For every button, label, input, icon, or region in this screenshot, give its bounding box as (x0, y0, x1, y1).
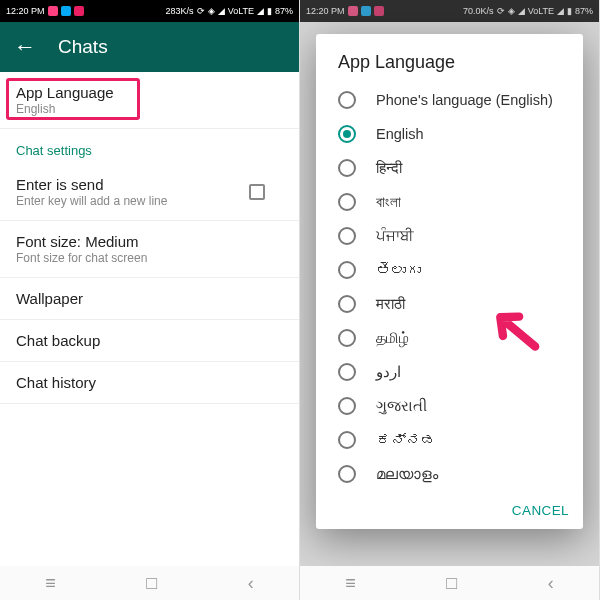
language-option-label: తెలుగు (376, 262, 421, 278)
nav-home-icon[interactable]: □ (446, 573, 457, 594)
nav-back-icon[interactable]: ‹ (548, 573, 554, 594)
app-bar: ← Chats (0, 22, 299, 72)
android-navbar: ≡ □ ‹ (300, 566, 599, 600)
status-bar: 12:20 PM 283K/s ⟳ ◈ ◢ VoLTE ◢ ▮ 87% (0, 0, 299, 22)
language-option-label: मराठी (376, 296, 405, 313)
language-option[interactable]: ಕನ್ನಡ (316, 423, 583, 457)
radio-icon (338, 91, 356, 109)
setting-label: Chat history (16, 374, 283, 391)
nav-home-icon[interactable]: □ (146, 573, 157, 594)
section-header-chat-settings: Chat settings (0, 129, 299, 164)
nav-menu-icon[interactable]: ≡ (345, 573, 356, 594)
language-option[interactable]: ਪੰਜਾਬੀ (316, 219, 583, 253)
language-option-label: বাংলা (376, 194, 401, 211)
radio-icon (338, 397, 356, 415)
phone-right-dialog: 12:20 PM 70.0K/s ⟳ ◈ ◢ VoLTE ◢ ▮ 87% App… (300, 0, 600, 600)
setting-label: App Language (16, 84, 283, 101)
setting-sublabel: Font size for chat screen (16, 251, 283, 265)
checkbox-unchecked[interactable] (249, 184, 265, 200)
language-option[interactable]: தமிழ் (316, 321, 583, 355)
battery-icon: ▮ (267, 6, 272, 16)
signal-icon: ◢ (218, 6, 225, 16)
radio-icon (338, 431, 356, 449)
status-time: 12:20 PM (6, 6, 45, 16)
setting-chat-backup[interactable]: Chat backup (0, 320, 299, 362)
nav-back-icon[interactable]: ‹ (248, 573, 254, 594)
radio-icon (338, 329, 356, 347)
language-option[interactable]: हिन्दी (316, 151, 583, 185)
back-arrow-icon[interactable]: ← (14, 34, 36, 60)
radio-icon (338, 261, 356, 279)
language-option[interactable]: తెలుగు (316, 253, 583, 287)
radio-icon (338, 159, 356, 177)
setting-font-size[interactable]: Font size: Medium Font size for chat scr… (0, 221, 299, 278)
language-option[interactable]: मराठी (316, 287, 583, 321)
language-option-label: English (376, 126, 424, 142)
radio-icon (338, 193, 356, 211)
setting-sublabel: Enter key will add a new line (16, 194, 167, 208)
language-option[interactable]: Phone's language (English) (316, 83, 583, 117)
setting-sublabel: English (16, 102, 283, 116)
volte-label: VoLTE (228, 6, 254, 16)
radio-icon (338, 295, 356, 313)
notif-icon (61, 6, 71, 16)
setting-chat-history[interactable]: Chat history (0, 362, 299, 404)
phone-left-settings: 12:20 PM 283K/s ⟳ ◈ ◢ VoLTE ◢ ▮ 87% ← Ch… (0, 0, 300, 600)
nav-menu-icon[interactable]: ≡ (45, 573, 56, 594)
language-option-label: Phone's language (English) (376, 92, 553, 108)
radio-icon (338, 465, 356, 483)
notif-icon (74, 6, 84, 16)
android-navbar: ≡ □ ‹ (0, 566, 299, 600)
sync-icon: ⟳ (197, 6, 205, 16)
language-option-label: ગુજરાતી (376, 398, 427, 415)
language-option[interactable]: বাংলা (316, 185, 583, 219)
setting-label: Font size: Medium (16, 233, 283, 250)
status-speed: 283K/s (166, 6, 194, 16)
setting-label: Enter is send (16, 176, 167, 193)
setting-label: Wallpaper (16, 290, 283, 307)
language-option-label: ಕನ್ನಡ (376, 432, 436, 448)
language-option[interactable]: ગુજરાતી (316, 389, 583, 423)
language-option-label: ਪੰਜਾਬੀ (376, 228, 414, 245)
signal-icon: ◢ (257, 6, 264, 16)
notif-icon (48, 6, 58, 16)
settings-list: App Language English Chat settings Enter… (0, 72, 299, 404)
setting-app-language[interactable]: App Language English (0, 72, 299, 129)
radio-icon (338, 363, 356, 381)
dialog-title: App Language (316, 52, 583, 83)
language-dialog: App Language Phone's language (English)E… (316, 34, 583, 529)
language-option[interactable]: اردو (316, 355, 583, 389)
language-option-label: தமிழ் (376, 330, 409, 347)
setting-wallpaper[interactable]: Wallpaper (0, 278, 299, 320)
language-option[interactable]: English (316, 117, 583, 151)
language-option[interactable]: മലയാളം (316, 457, 583, 491)
radio-icon (338, 125, 356, 143)
language-option-label: മലയാളം (376, 466, 438, 483)
battery-pct: 87% (275, 6, 293, 16)
radio-icon (338, 227, 356, 245)
setting-enter-is-send[interactable]: Enter is send Enter key will add a new l… (0, 164, 299, 221)
appbar-title: Chats (58, 36, 108, 58)
setting-label: Chat backup (16, 332, 283, 349)
wifi-icon: ◈ (208, 6, 215, 16)
language-option-label: اردو (376, 364, 401, 380)
cancel-button[interactable]: CANCEL (512, 503, 569, 518)
language-option-label: हिन्दी (376, 160, 402, 177)
